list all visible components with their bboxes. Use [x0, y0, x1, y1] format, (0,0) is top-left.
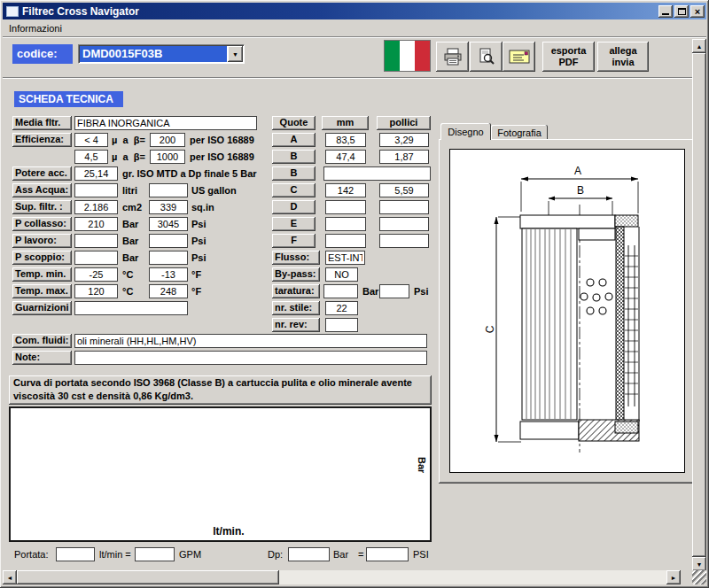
- efficienza-beta-field-1[interactable]: [150, 133, 185, 147]
- quote-d-mm-field[interactable]: [325, 200, 366, 214]
- flusso-field[interactable]: [325, 251, 365, 265]
- nr-stile-field[interactable]: [325, 301, 358, 315]
- p-scoppio-psi-field[interactable]: [149, 251, 188, 265]
- label-flusso: Flusso:: [272, 251, 320, 265]
- celsius-unit-2: °C: [122, 284, 133, 298]
- minimize-button[interactable]: [658, 5, 673, 18]
- italian-flag-icon[interactable]: [384, 40, 431, 72]
- efficienza-micron-field-1[interactable]: [74, 133, 108, 147]
- quote-b2-wide-field[interactable]: [323, 166, 431, 181]
- arrow-down-icon: ▼: [697, 561, 703, 568]
- temp-max-f-field[interactable]: [149, 284, 188, 298]
- portata-field[interactable]: [56, 547, 95, 561]
- bypass-field[interactable]: [325, 267, 358, 282]
- attach-send-label-2: invia: [612, 57, 634, 68]
- p-lavoro-psi-field[interactable]: [149, 234, 188, 248]
- menu-informazioni[interactable]: Informazioni: [3, 21, 68, 35]
- quote-e-mm-field[interactable]: [325, 217, 366, 231]
- dp-bar-field[interactable]: [288, 547, 330, 561]
- quote-b-mm-field[interactable]: [325, 150, 366, 164]
- tab-fotografia[interactable]: Fotografia: [491, 125, 548, 140]
- temp-min-f-field[interactable]: [149, 267, 188, 282]
- efficienza-beta-field-2[interactable]: [150, 150, 185, 164]
- scroll-left-button[interactable]: ◄: [3, 570, 17, 584]
- flow-curve-chart: Bar lt/min.: [9, 406, 432, 542]
- taratura-bar-field[interactable]: [323, 284, 358, 298]
- sup-filtr-sqin-field[interactable]: [149, 200, 188, 214]
- ass-acqua-gallon-field[interactable]: [149, 183, 188, 197]
- export-pdf-label-1: esporta: [551, 45, 587, 57]
- mm-header: mm: [322, 116, 369, 130]
- arrow-right-icon: ►: [671, 575, 677, 581]
- scroll-right-button[interactable]: ►: [666, 570, 681, 584]
- potere-acc-field[interactable]: [74, 166, 118, 181]
- label-taratura: taratura:: [272, 284, 320, 298]
- close-button[interactable]: ×: [690, 5, 705, 18]
- temp-max-c-field[interactable]: [74, 284, 118, 298]
- gpm-field[interactable]: [135, 547, 175, 561]
- maximize-button[interactable]: [674, 5, 689, 18]
- dim-a-label: A: [574, 165, 581, 177]
- media-fltr-field[interactable]: [74, 116, 257, 130]
- quote-b-pollici-field[interactable]: [379, 150, 429, 164]
- quote-a-pollici-field[interactable]: [379, 133, 429, 147]
- note-field[interactable]: [74, 351, 427, 365]
- quote-row-label-c: C: [272, 183, 316, 197]
- attach-send-label-1: allega: [609, 45, 636, 57]
- flag-green-stripe: [385, 41, 400, 71]
- window-title: Filtrec Cross Navigator: [22, 5, 657, 18]
- sqin-unit: sq.in: [191, 200, 214, 214]
- quote-f-mm-field[interactable]: [325, 234, 366, 248]
- scroll-up-button[interactable]: ▲: [692, 39, 706, 53]
- resize-grip[interactable]: [692, 570, 706, 584]
- scroll-down-button[interactable]: ▼: [692, 557, 706, 571]
- horizontal-scroll-thumb[interactable]: [17, 570, 279, 584]
- codice-combobox[interactable]: DMD0015F03B ▼: [78, 44, 245, 64]
- quote-f-pollici-field[interactable]: [379, 234, 429, 248]
- vertical-scrollbar[interactable]: ▲ ▼: [692, 39, 706, 571]
- quote-a-mm-field[interactable]: [325, 133, 366, 147]
- label-potere-acc: Potere acc.: [12, 166, 72, 181]
- taratura-psi-unit: Psi: [414, 284, 429, 298]
- label-guarnizioni: Guarnizioni: [12, 301, 72, 315]
- quote-e-pollici-field[interactable]: [379, 217, 429, 231]
- taratura-psi-field[interactable]: [379, 284, 409, 298]
- ltmin-label: lt/min =: [99, 547, 131, 561]
- attach-send-button[interactable]: allega invia: [597, 42, 649, 72]
- nr-rev-field[interactable]: [325, 318, 358, 332]
- guarnizioni-field[interactable]: [74, 301, 188, 315]
- app-window: Filtrec Cross Navigator × Informazioni c…: [0, 0, 709, 588]
- combo-dropdown-button[interactable]: ▼: [228, 46, 243, 62]
- p-collasso-psi-field[interactable]: [149, 217, 188, 231]
- curve-note: Curva di portata secondo ISO 3968 (Class…: [9, 375, 432, 405]
- com-fluidi-field[interactable]: [74, 334, 427, 348]
- sup-filtr-cm2-field[interactable]: [74, 200, 118, 214]
- tab-disegno[interactable]: Disegno: [440, 123, 491, 140]
- temp-min-c-field[interactable]: [74, 267, 118, 282]
- p-collasso-bar-field[interactable]: [74, 217, 118, 231]
- label-p-scoppio: P scoppio:: [12, 251, 72, 265]
- psi-unit-1: Psi: [191, 217, 206, 231]
- p-scoppio-bar-field[interactable]: [74, 251, 118, 265]
- ass-acqua-litri-field[interactable]: [74, 183, 118, 197]
- quote-c-mm-field[interactable]: [325, 183, 366, 197]
- p-lavoro-bar-field[interactable]: [74, 234, 118, 248]
- vertical-scroll-thumb[interactable]: [692, 53, 706, 557]
- iso-text-2: per ISO 16889: [190, 150, 254, 164]
- label-p-collasso: P collasso:: [12, 217, 72, 231]
- efficienza-micron-field-2[interactable]: [74, 150, 108, 164]
- export-pdf-button[interactable]: esporta PDF: [542, 42, 595, 72]
- label-ass-acqua: Ass Acqua:: [12, 183, 72, 197]
- quote-c-pollici-field[interactable]: [379, 183, 429, 197]
- quote-row-label-e: E: [272, 217, 316, 231]
- quote-d-pollici-field[interactable]: [379, 200, 429, 214]
- dp-psi-field[interactable]: [366, 547, 409, 561]
- taratura-bar-unit: Bar: [362, 284, 378, 298]
- label-sup-filtr: Sup. filtr. :: [12, 200, 72, 214]
- print-button[interactable]: [436, 42, 469, 72]
- email-button[interactable]: [503, 42, 535, 72]
- filter-technical-drawing: A B C: [450, 150, 684, 472]
- dim-b-label: B: [577, 184, 584, 197]
- horizontal-scrollbar[interactable]: ◄ ►: [3, 570, 681, 584]
- print-preview-button[interactable]: [470, 42, 503, 72]
